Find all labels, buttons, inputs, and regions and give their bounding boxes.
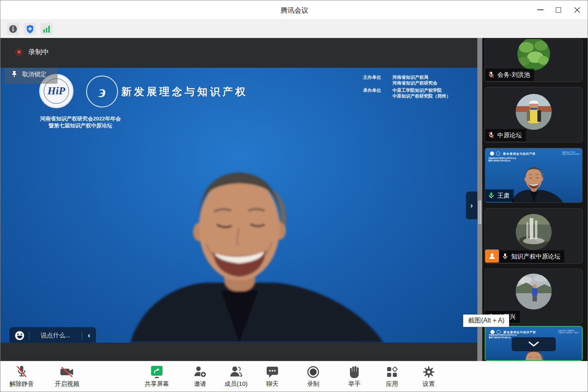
record-button[interactable]: 录制	[300, 365, 327, 388]
chat-button[interactable]: 聊天	[259, 365, 286, 388]
participant-name-bar: 知识产权中原论坛	[499, 250, 564, 263]
avatar	[516, 214, 552, 250]
avatar	[516, 274, 552, 310]
recording-label: 录制中	[28, 47, 49, 57]
members-icon	[229, 365, 243, 379]
mic-muted-icon	[488, 131, 495, 139]
mic-on-icon	[501, 253, 509, 260]
close-button[interactable]	[571, 4, 583, 15]
chat-icon	[265, 365, 279, 379]
recording-indicator: 录制中	[15, 47, 49, 57]
signal-bars-icon	[43, 26, 50, 33]
invite-button[interactable]: 邀请	[187, 365, 214, 388]
participant-tile-active[interactable]: 新发展理念与知识产权 河南省知识产权研究会中原知识产权研究院（郑州） 河南省知识…	[485, 326, 583, 361]
participant-tile[interactable]: 会务-刘洪池	[485, 39, 583, 82]
main-video-feed: HiP ϶ 新发展理念与知识产权 河南省知识产权研究会2022年年会 暨第七届知…	[0, 68, 477, 343]
unmute-button[interactable]: 解除静音	[5, 365, 38, 388]
minimize-icon	[537, 9, 543, 10]
tencent-meeting-window: 腾讯会议 03:42:08 演讲者视图	[0, 0, 588, 392]
camera-off-icon	[59, 365, 75, 379]
pin-icon	[10, 70, 18, 78]
person-icon	[488, 252, 496, 260]
bottom-control-bar: 解除静音 开启视频 共享屏幕 邀请 成员(10) 聊天 录制	[0, 361, 588, 392]
network-quality-button[interactable]	[40, 23, 53, 35]
participant-tile[interactable]: 中原论坛	[485, 87, 583, 143]
record-dot-icon	[15, 49, 22, 56]
chat-collapse-button[interactable]: ‹	[82, 331, 96, 340]
settings-button[interactable]: 设置	[415, 365, 442, 388]
raise-hand-icon	[348, 365, 361, 379]
meeting-security-button[interactable]	[24, 23, 36, 35]
mic-speaking-icon	[488, 192, 495, 199]
main-speaker-stage: HiP ϶ 新发展理念与知识产权 河南省知识产权研究会2022年年会 暨第七届知…	[0, 38, 477, 361]
maximize-button[interactable]	[552, 4, 564, 15]
mini-video-feed: 新发展理念与知识产权 河南省知识产权研究会中原知识产权研究院（郑州） 河南省知识…	[486, 327, 582, 360]
meeting-info-button[interactable]	[7, 23, 19, 35]
window-title: 腾讯会议	[0, 6, 588, 15]
share-screen-button[interactable]: 共享屏幕	[142, 365, 172, 388]
info-icon	[9, 24, 18, 33]
screenshot-tooltip: 截图(Alt + A)	[463, 314, 509, 327]
unpin-button[interactable]: 取消锁定	[4, 68, 58, 84]
mic-muted-icon	[15, 365, 29, 379]
sidebar-collapse-tab[interactable]: ›	[466, 192, 477, 219]
mic-muted-icon	[488, 71, 495, 78]
start-video-button[interactable]: 开启视频	[51, 365, 83, 388]
avatar	[516, 94, 552, 130]
title-bar: 腾讯会议	[0, 0, 588, 20]
participant-tile-speaker-video[interactable]: 新发展理念与知识产权 河南省知识产权局中原工学院知识产权学院 河南省知识产权研究…	[485, 148, 583, 203]
close-icon	[574, 7, 580, 13]
minimize-button[interactable]	[535, 4, 546, 15]
chevron-down-icon	[528, 341, 539, 347]
apps-button[interactable]: 应用	[379, 365, 405, 388]
speaker-portrait	[0, 68, 477, 343]
raise-hand-button[interactable]: 举手	[341, 365, 368, 388]
collapse-video-list-button[interactable]	[512, 337, 556, 351]
invite-icon	[193, 365, 207, 379]
chat-input-placeholder[interactable]: 说点什么...	[29, 332, 82, 339]
participant-tile[interactable]: 知识产权中原论坛	[485, 208, 583, 264]
participant-role-badge	[485, 249, 499, 263]
members-button[interactable]: 成员(10)	[220, 365, 252, 388]
stage-sidebar-divider[interactable]	[477, 38, 482, 361]
maximize-icon	[556, 7, 561, 13]
chevron-right-icon: ›	[470, 201, 473, 210]
shield-plus-icon	[26, 24, 34, 34]
record-icon	[306, 365, 320, 379]
chat-quickbar[interactable]: 说点什么... ‹	[9, 327, 96, 343]
apps-icon	[385, 365, 399, 379]
avatar	[517, 39, 550, 70]
emoji-icon[interactable]	[15, 331, 24, 340]
settings-icon	[422, 365, 436, 379]
share-screen-icon	[149, 365, 164, 379]
participant-name-bar: 会务-刘洪池	[485, 69, 534, 81]
meeting-toolbar: 03:42:08 演讲者视图	[0, 20, 588, 38]
participant-name-bar: 中原论坛	[485, 129, 526, 141]
participant-name-bar: 王肃	[485, 189, 514, 202]
participants-sidebar: 会务-刘洪池 中原论坛 新发展理念与知识产权 河南省知识产权局中原工学院知识产权…	[482, 38, 588, 361]
